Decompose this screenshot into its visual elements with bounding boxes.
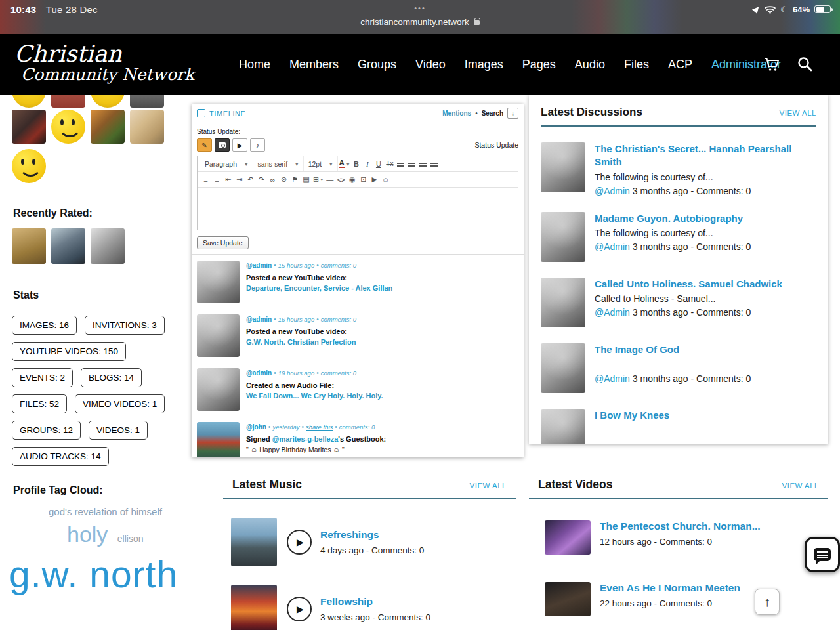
stat-youtube-videos[interactable]: YOUTUBE VIDEOS: 150: [12, 342, 126, 361]
indent-button[interactable]: ⇥: [234, 174, 245, 186]
text-post-button[interactable]: ✎: [197, 138, 212, 152]
fullscreen-button[interactable]: ⊡: [358, 174, 369, 186]
member-avatar-smiley[interactable]: [12, 149, 46, 183]
discussion-avatar[interactable]: [541, 343, 585, 393]
table-button[interactable]: ⊞▾: [312, 174, 324, 186]
photo-post-button[interactable]: [215, 138, 230, 152]
feed-avatar[interactable]: [197, 261, 240, 303]
feed-avatar[interactable]: [197, 314, 240, 357]
redo-button[interactable]: ↷: [256, 174, 267, 186]
discussion-author-link[interactable]: @Admin: [595, 186, 630, 196]
feed-comments[interactable]: comments: 0: [321, 316, 356, 323]
discussion-title-link[interactable]: Madame Guyon. Autobiography: [595, 212, 816, 225]
tag-gw-north[interactable]: g.w. north: [9, 556, 213, 593]
music-thumbnail[interactable]: [231, 518, 277, 566]
anchor-button[interactable]: ⚑: [289, 174, 301, 186]
discussion-title-link[interactable]: The Image Of God: [595, 343, 816, 356]
video-thumbnail[interactable]: [545, 520, 591, 555]
timeline-search-link[interactable]: Search: [482, 110, 503, 117]
play-button[interactable]: ▶: [287, 530, 312, 555]
videos-view-all-link[interactable]: VIEW ALL: [782, 482, 819, 490]
play-button[interactable]: ▶: [287, 597, 312, 621]
insert-media-button[interactable]: ▶: [369, 174, 380, 186]
discussion-author-link[interactable]: @Admin: [595, 373, 630, 384]
member-avatar[interactable]: [12, 110, 46, 144]
stat-vimeo-videos[interactable]: VIMEO VIDEOS: 1: [75, 394, 165, 413]
page-break-button[interactable]: ▤: [301, 174, 312, 186]
font-size-select[interactable]: 12pt▾: [304, 156, 338, 171]
discussion-avatar[interactable]: [541, 278, 585, 327]
member-avatar[interactable]: [130, 110, 164, 144]
stat-files[interactable]: FILES: 52: [12, 394, 67, 413]
search-icon[interactable]: [797, 56, 813, 75]
status-editor-textarea[interactable]: [198, 188, 518, 230]
feed-avatar[interactable]: [197, 368, 240, 411]
undo-button[interactable]: ↶: [245, 174, 256, 186]
nav-audio[interactable]: Audio: [575, 58, 605, 72]
feed-user-link[interactable]: @admin: [246, 369, 272, 377]
tag-holy[interactable]: holy: [67, 522, 108, 547]
share-this-link[interactable]: share this: [306, 423, 333, 430]
rated-item-thumbnail[interactable]: [51, 228, 85, 264]
guestbook-thumbnail[interactable]: [197, 422, 240, 457]
nav-members[interactable]: Members: [289, 58, 339, 72]
nav-home[interactable]: Home: [239, 58, 270, 72]
nav-images[interactable]: Images: [465, 58, 503, 72]
feed-comments[interactable]: comments: 0: [321, 262, 356, 269]
chat-button[interactable]: [805, 537, 840, 572]
timeline-collapse-button[interactable]: ↓: [507, 108, 518, 119]
rated-item-thumbnail[interactable]: [12, 228, 46, 264]
member-avatar[interactable]: [91, 95, 125, 108]
mentions-link[interactable]: Mentions: [442, 110, 471, 117]
preview-button[interactable]: ◉: [346, 174, 358, 186]
mentioned-user-link[interactable]: @marites-g-belleza: [272, 435, 339, 443]
align-center-button[interactable]: [406, 158, 417, 170]
video-title-link[interactable]: Even As He I Norman Meeten: [600, 582, 740, 594]
feed-user-link[interactable]: @admin: [246, 316, 272, 323]
bold-button[interactable]: B: [350, 158, 362, 170]
feed-content-link[interactable]: Departure, Encounter, Service - Alex Gil…: [246, 284, 392, 292]
nav-video[interactable]: Video: [415, 58, 446, 72]
discussion-title-link[interactable]: The Christian's Secret... Hannah Pearsha…: [595, 142, 816, 169]
remove-link-button[interactable]: ⊘: [278, 174, 289, 186]
italic-button[interactable]: I: [362, 158, 373, 170]
feed-content-link[interactable]: G.W. North. Christian Perfection: [246, 338, 356, 346]
video-title-link[interactable]: The Pentecost Church. Norman...: [600, 520, 761, 532]
bullet-list-button[interactable]: ≡: [200, 174, 211, 186]
feed-comments[interactable]: comments: 0: [339, 423, 375, 430]
numbered-list-button[interactable]: ≡: [211, 174, 222, 186]
video-post-button[interactable]: ▶: [232, 138, 247, 152]
music-view-all-link[interactable]: VIEW ALL: [470, 482, 507, 490]
discussion-avatar[interactable]: [541, 142, 585, 192]
align-left-button[interactable]: [395, 158, 406, 170]
stat-groups[interactable]: GROUPS: 12: [12, 421, 81, 440]
nav-groups[interactable]: Groups: [358, 58, 396, 72]
nav-pages[interactable]: Pages: [522, 58, 556, 72]
window-handle-dots[interactable]: •••: [0, 4, 840, 12]
discussion-title-link[interactable]: Called Unto Holiness. Samuel Chadwick: [595, 278, 816, 291]
save-update-button[interactable]: Save Update: [197, 236, 249, 249]
feed-user-link[interactable]: @john: [246, 423, 266, 430]
stat-events[interactable]: EVENTS: 2: [12, 368, 73, 387]
emoticons-button[interactable]: ☺: [380, 174, 391, 186]
paragraph-select[interactable]: Paragraph▾: [200, 156, 253, 171]
underline-button[interactable]: U: [373, 158, 384, 170]
stat-blogs[interactable]: BLOGS: 14: [81, 368, 142, 387]
stat-audio-tracks[interactable]: AUDIO TRACKS: 14: [12, 447, 109, 466]
discussion-title-link[interactable]: I Bow My Knees: [595, 409, 816, 422]
source-code-button[interactable]: <>: [335, 174, 346, 186]
discussion-avatar[interactable]: [541, 212, 585, 262]
font-family-select[interactable]: sans-serif▾: [253, 156, 304, 171]
video-thumbnail[interactable]: [545, 582, 591, 616]
discussion-avatar[interactable]: [541, 409, 585, 445]
site-logo[interactable]: Christian Community Network: [14, 42, 194, 83]
align-justify-button[interactable]: [429, 158, 440, 170]
discussion-author-link[interactable]: @Admin: [595, 307, 630, 318]
address-url[interactable]: christiancommunity.network: [360, 17, 469, 27]
clear-formatting-button[interactable]: Tx: [384, 158, 395, 170]
music-thumbnail[interactable]: [231, 585, 277, 630]
stat-images[interactable]: IMAGES: 16: [12, 316, 77, 335]
address-bar[interactable]: christiancommunity.network: [0, 17, 840, 27]
member-avatar-smiley[interactable]: [51, 110, 85, 144]
member-avatar[interactable]: [51, 95, 85, 108]
